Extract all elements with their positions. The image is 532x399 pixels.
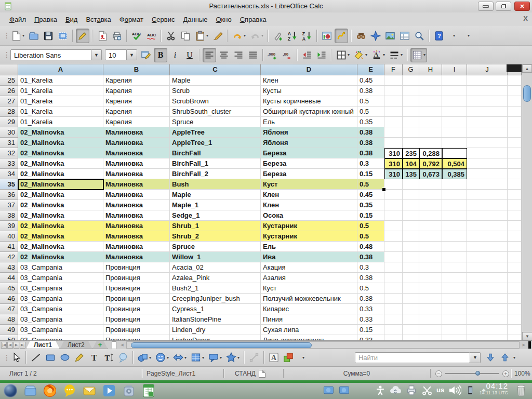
cell[interactable]: Малиновка — [103, 210, 170, 221]
cell[interactable]: 0.45 — [357, 190, 384, 200]
cell[interactable] — [467, 273, 508, 283]
cell[interactable] — [419, 138, 442, 148]
cell[interactable] — [403, 231, 419, 242]
borders-button[interactable]: ▾ — [335, 48, 351, 62]
cell[interactable]: Провинция — [103, 294, 170, 304]
find-previous-button[interactable] — [498, 351, 512, 364]
cell[interactable] — [442, 210, 467, 221]
cell[interactable]: 0.3 — [357, 158, 384, 169]
cell[interactable]: Maple — [170, 190, 261, 200]
cell[interactable]: Spruce — [170, 242, 261, 252]
cell[interactable] — [384, 127, 403, 138]
cell[interactable]: 0.33 — [357, 335, 384, 340]
column-header-G[interactable]: G — [403, 64, 419, 75]
cell[interactable]: 02_Malinovka — [18, 231, 103, 242]
cell[interactable] — [442, 304, 467, 314]
cell[interactable]: 02_Malinovka — [18, 158, 103, 169]
cell[interactable]: Осока — [261, 210, 357, 221]
row-header-29[interactable]: 29 — [0, 117, 18, 127]
row-header-32[interactable]: 32 — [0, 148, 18, 158]
cell[interactable]: Малиновка — [103, 190, 170, 200]
cell[interactable]: Береза — [261, 169, 357, 179]
cell[interactable]: Малиновка — [103, 179, 170, 190]
draw-functions-button[interactable] — [335, 29, 348, 43]
cell[interactable]: Кусты — [261, 86, 357, 96]
cell[interactable]: Провинция — [103, 314, 170, 325]
titlebar[interactable]: Растительность.xls - LibreOffice Calc ✕ — [0, 0, 532, 13]
cell[interactable]: 03_Campania — [18, 325, 103, 335]
align-center-button[interactable] — [217, 48, 231, 62]
cell[interactable]: 01_Karelia — [18, 86, 103, 96]
font-size-combo[interactable]: 10 ▼ — [105, 49, 137, 60]
help-button[interactable]: ? — [432, 29, 446, 43]
cell[interactable] — [508, 294, 522, 304]
column-header-I[interactable]: I — [442, 64, 467, 75]
save-button[interactable] — [42, 29, 55, 43]
select-button[interactable] — [9, 351, 23, 364]
text-box-button[interactable]: T — [87, 351, 101, 364]
zoom-slider[interactable]: − + — [435, 367, 509, 380]
cell[interactable] — [508, 242, 522, 252]
cell[interactable] — [442, 127, 467, 138]
cell[interactable] — [442, 283, 467, 294]
cell[interactable]: Куст — [261, 283, 357, 294]
cell[interactable] — [442, 231, 467, 242]
cell[interactable]: 0.38 — [357, 294, 384, 304]
cell[interactable] — [442, 252, 467, 262]
cell[interactable]: Малиновка — [103, 221, 170, 231]
export-pdf-button[interactable] — [96, 29, 109, 43]
cell[interactable]: Куст — [261, 179, 357, 190]
row-header-28[interactable]: 28 — [0, 107, 18, 117]
cell[interactable]: Карелия — [103, 107, 170, 117]
find-overflow-caret[interactable]: ▾ — [513, 355, 515, 360]
cell[interactable]: Малиновка — [103, 148, 170, 158]
draw-overflow-button[interactable]: ▾ — [296, 351, 310, 364]
cell[interactable] — [419, 221, 442, 231]
cell[interactable]: Малиновка — [103, 231, 170, 242]
cell[interactable] — [384, 107, 403, 117]
cell[interactable] — [508, 252, 522, 262]
cell[interactable] — [419, 335, 442, 340]
chevron-down-icon[interactable]: ▼ — [470, 352, 481, 363]
menu-6[interactable]: Сервис — [148, 14, 179, 25]
cell[interactable] — [419, 314, 442, 325]
cell[interactable]: 0.5 — [357, 179, 384, 190]
cell[interactable]: Провинция — [103, 273, 170, 283]
next-sheet-button[interactable]: ▶ — [14, 342, 19, 349]
undo-button[interactable]: ▾ — [231, 29, 247, 43]
cell[interactable] — [403, 242, 419, 252]
horizontal-scrollbar[interactable] — [126, 341, 520, 349]
zoom-in-icon[interactable]: + — [502, 370, 509, 377]
cell[interactable] — [508, 325, 522, 335]
vertical-scroll-thumb[interactable] — [523, 85, 531, 102]
cell[interactable]: 03_Campania — [18, 335, 103, 340]
menu-2[interactable]: Правка — [30, 14, 61, 25]
cell[interactable] — [384, 75, 403, 86]
copy-button[interactable] — [179, 29, 192, 43]
menu-4[interactable]: Вставка — [82, 14, 115, 25]
border-style-button[interactable]: ▾ — [388, 48, 404, 62]
cell[interactable]: 0.38 — [357, 273, 384, 283]
cell[interactable] — [508, 262, 522, 273]
cell[interactable]: ShrubSouth_cluster — [170, 107, 261, 117]
align-right-button[interactable] — [232, 48, 245, 62]
cell[interactable] — [384, 252, 403, 262]
cell[interactable] — [419, 273, 442, 283]
edit-points-button[interactable] — [247, 351, 261, 364]
column-header-E[interactable]: E — [357, 64, 384, 75]
cell[interactable] — [442, 335, 467, 340]
cell[interactable]: 02_Malinovka — [18, 200, 103, 210]
cell[interactable]: 0,504 — [442, 158, 467, 169]
row-header-38[interactable]: 38 — [0, 210, 18, 221]
cell[interactable] — [384, 273, 403, 283]
toolbar-handle[interactable] — [3, 49, 8, 61]
cell[interactable]: Карелия — [103, 96, 170, 107]
cell[interactable] — [508, 221, 522, 231]
cell[interactable]: 0,385 — [442, 169, 467, 179]
cell[interactable] — [508, 314, 522, 325]
cell[interactable] — [467, 75, 508, 86]
cell[interactable]: 0.38 — [357, 138, 384, 148]
row-header-33[interactable]: 33 — [0, 158, 18, 169]
cell[interactable]: Ползучий можжевельник — [261, 294, 357, 304]
column-header-B[interactable]: B — [103, 64, 170, 75]
